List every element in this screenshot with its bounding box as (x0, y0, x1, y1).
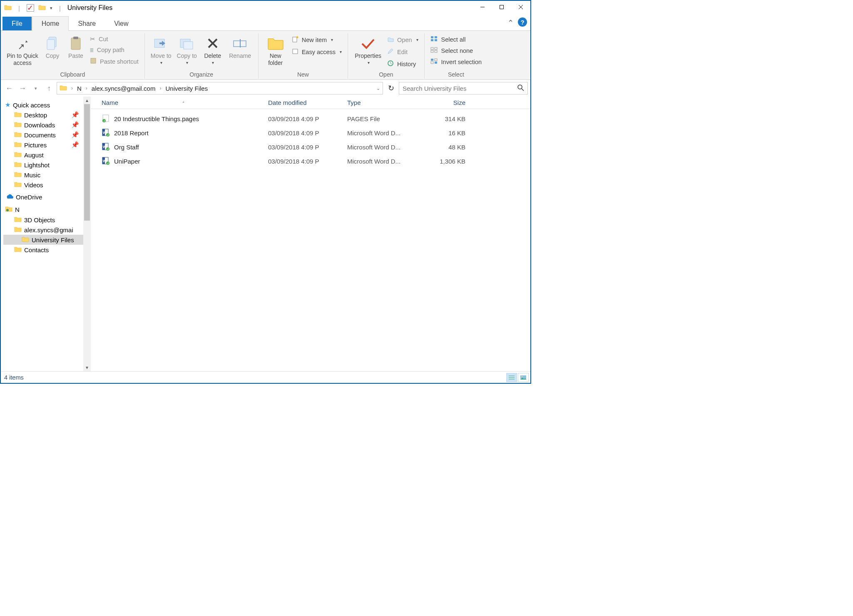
rename-icon (233, 35, 248, 52)
paste-shortcut-button[interactable]: Paste shortcut (87, 56, 141, 67)
history-button[interactable]: History (385, 58, 420, 70)
help-icon[interactable]: ? (518, 17, 527, 27)
svg-text:✓: ✓ (107, 148, 109, 151)
sidebar-item[interactable]: Music (3, 170, 91, 180)
copy-path-icon: ≣ (90, 47, 94, 53)
sidebar-item[interactable]: Documents 📌 (3, 130, 91, 140)
column-size[interactable]: Size (423, 99, 469, 106)
file-name: Org Staff (114, 144, 139, 151)
thumbnails-view-button[interactable] (518, 373, 529, 382)
status-bar: 4 items (1, 371, 530, 383)
tab-view[interactable]: View (105, 17, 137, 30)
new-item-button[interactable]: ✦ New item▾ (289, 34, 344, 45)
collapse-ribbon-icon[interactable]: ⌃ (507, 18, 514, 27)
sidebar-n-root[interactable]: N (3, 204, 91, 215)
new-folder-button[interactable]: New folder (262, 33, 289, 67)
folder-icon (14, 181, 22, 189)
up-button[interactable]: ↑ (43, 82, 55, 94)
select-none-button[interactable]: Select none (428, 45, 485, 56)
sidebar-onedrive[interactable]: OneDrive (3, 192, 91, 202)
pin-to-quick-access-button[interactable]: Pin to Quick access (4, 33, 41, 67)
sidebar-item[interactable]: August (3, 150, 91, 160)
sidebar-item[interactable]: 3D Objects (3, 215, 91, 225)
file-type: Microsoft Word D... (347, 158, 423, 165)
sidebar: ★ Quick access Desktop 📌 Downloads 📌 Doc… (1, 97, 91, 371)
breadcrumb[interactable]: University Files (164, 85, 209, 92)
easy-access-button[interactable]: Easy access▾ (289, 46, 344, 57)
address-bar[interactable]: › N› alex.syncs@gmail.com› University Fi… (57, 82, 383, 94)
maximize-button[interactable] (492, 1, 511, 13)
file-name: 2018 Report (114, 129, 149, 137)
sidebar-item[interactable]: Downloads 📌 (3, 120, 91, 130)
sidebar-item[interactable]: Videos (3, 180, 91, 190)
svg-text:✓: ✓ (107, 134, 109, 137)
svg-text:✓: ✓ (103, 119, 106, 122)
breadcrumb[interactable]: alex.syncs@gmail.com› (90, 85, 163, 92)
navbar: ← → ▾ ↑ › N› alex.syncs@gmail.com› Unive… (1, 80, 530, 97)
svg-line-33 (522, 89, 524, 91)
group-label: Open (351, 70, 420, 79)
scroll-up-icon[interactable]: ▴ (83, 97, 91, 104)
svg-rect-26 (431, 50, 433, 52)
sidebar-item[interactable]: alex.syncs@gmai (3, 225, 91, 235)
svg-rect-31 (435, 62, 437, 64)
search-input[interactable]: Search University Files (399, 82, 528, 94)
sidebar-item[interactable]: Lightshot (3, 160, 91, 170)
column-date[interactable]: Date modified (268, 99, 347, 106)
svg-rect-6 (71, 38, 80, 50)
delete-button[interactable]: Delete▾ (200, 33, 226, 65)
separator: | (18, 5, 20, 12)
minimize-button[interactable] (473, 1, 492, 13)
invert-selection-button[interactable]: Invert selection (428, 57, 485, 67)
folder-icon[interactable] (38, 4, 46, 12)
rename-button[interactable]: Rename (226, 33, 255, 60)
copy-button[interactable]: Copy (41, 33, 64, 60)
scroll-thumb[interactable] (84, 104, 90, 221)
copy-path-button[interactable]: ≣ Copy path (87, 45, 141, 55)
folder-icon (14, 141, 22, 149)
svg-rect-1 (500, 5, 504, 9)
sidebar-item[interactable]: Contacts (3, 245, 91, 255)
close-button[interactable] (511, 1, 530, 13)
sidebar-item[interactable]: Pictures 📌 (3, 140, 91, 150)
forward-button[interactable]: → (17, 82, 28, 94)
svg-rect-20 (431, 36, 433, 38)
sort-indicator-icon: ˄ (182, 101, 184, 106)
select-all-button[interactable]: Select all (428, 34, 485, 45)
properties-button[interactable]: Properties▾ (351, 33, 385, 65)
back-button[interactable]: ← (3, 82, 15, 94)
breadcrumb[interactable]: N› (75, 85, 89, 92)
table-row[interactable]: ✓20 Indestructible Things.pages 03/09/20… (102, 112, 530, 126)
sidebar-item[interactable]: Desktop 📌 (3, 110, 91, 120)
paste-button[interactable]: Paste (64, 33, 87, 60)
file-icon: W✓ (102, 156, 110, 166)
address-dropdown-icon[interactable]: ⌄ (376, 86, 380, 91)
table-row[interactable]: W✓2018 Report 03/09/2018 4:09 P Microsof… (102, 126, 530, 140)
tab-share[interactable]: Share (69, 17, 105, 30)
refresh-button[interactable]: ↻ (385, 82, 397, 94)
tab-home[interactable]: Home (32, 16, 69, 31)
recent-locations-button[interactable]: ▾ (30, 82, 42, 94)
copy-to-button[interactable]: Copy to▾ (174, 33, 200, 65)
paste-icon (70, 35, 82, 52)
file-date: 03/09/2018 4:09 P (268, 115, 347, 122)
scroll-down-icon[interactable]: ▾ (83, 364, 91, 371)
sidebar-scrollbar[interactable]: ▴ ▾ (83, 97, 91, 371)
table-row[interactable]: W✓Org Staff 03/09/2018 4:09 P Microsoft … (102, 140, 530, 154)
column-name[interactable]: Name ˄ (102, 99, 268, 106)
qat-dropdown-icon[interactable]: ▾ (50, 5, 52, 11)
table-row[interactable]: W✓UniPaper 03/09/2018 4:09 P Microsoft W… (102, 154, 530, 168)
sidebar-item-current[interactable]: University Files (3, 235, 91, 245)
svg-rect-25 (435, 47, 437, 50)
svg-point-32 (518, 85, 522, 89)
cut-button[interactable]: ✂ Cut (87, 34, 141, 44)
tab-file[interactable]: File (2, 17, 32, 30)
qat-check-icon[interactable]: ✓ (27, 4, 34, 12)
details-view-button[interactable] (506, 373, 517, 382)
move-to-button[interactable]: Move to▾ (148, 33, 174, 65)
open-button[interactable]: Open▾ (385, 34, 420, 45)
sidebar-quick-access[interactable]: ★ Quick access (3, 100, 91, 110)
column-type[interactable]: Type (347, 99, 423, 106)
breadcrumb-chevron[interactable]: › (68, 85, 75, 91)
edit-button[interactable]: Edit (385, 46, 420, 57)
